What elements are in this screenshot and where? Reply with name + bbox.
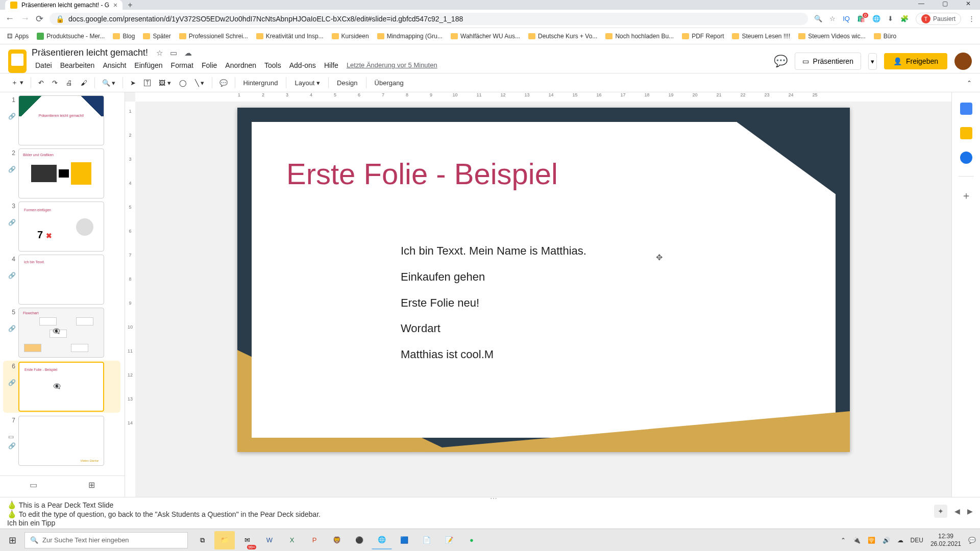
browser-tab[interactable]: Präsentieren leicht gemacht! - G × [5, 0, 122, 10]
wifi-icon[interactable]: 🛜 [868, 537, 875, 544]
tray-expand-icon[interactable]: ⌃ [841, 537, 846, 544]
slide-thumbnail-7[interactable]: Vielen Danke [18, 416, 104, 466]
bookmark-item[interactable]: Produktsuche - Mer... [37, 33, 105, 40]
print-button[interactable]: 🖨 [63, 77, 76, 89]
slide-body[interactable]: Ich bin Texxt. Mein Name is Matthias. Ei… [401, 243, 586, 373]
layout-button[interactable]: Layout ▾ [290, 77, 324, 89]
background-button[interactable]: Hintergrund [239, 77, 282, 89]
back-button[interactable]: ← [5, 13, 14, 24]
next-note-icon[interactable]: ▶ [967, 507, 973, 515]
bookmark-item[interactable]: Mindmapping (Gru... [377, 33, 443, 40]
extensions-icon[interactable]: 🧩 [900, 15, 909, 22]
menu-datei[interactable]: Datei [32, 60, 56, 71]
resize-grip-icon[interactable]: ⋯ [490, 494, 497, 503]
ext-icon-3[interactable]: 🌐 [872, 15, 880, 22]
ext-icon-1[interactable]: IQ [843, 15, 850, 22]
cloud-status-icon[interactable]: ☁ [184, 48, 192, 58]
obs-icon[interactable]: ⚫ [349, 531, 370, 549]
window-minimize[interactable]: — [910, 0, 933, 10]
transition-button[interactable]: Übergang [371, 77, 408, 89]
image-tool[interactable]: 🖼 ▾ [156, 77, 174, 89]
present-button[interactable]: ▭ Präsentieren [795, 53, 861, 70]
cloud-icon[interactable]: ☁ [897, 537, 903, 544]
clock[interactable]: 12:39 26.02.2021 [930, 533, 961, 547]
ext-icon-2[interactable]: 🛍️0 [857, 15, 865, 22]
collapse-toolbar-icon[interactable]: ⌄ [967, 79, 972, 86]
edge-icon[interactable]: 🟦 [394, 531, 414, 549]
comment-button[interactable]: 💬 [216, 77, 231, 89]
chrome-icon[interactable]: 🌐 [372, 531, 392, 549]
add-addon-icon[interactable]: ＋ [961, 189, 971, 203]
window-maximize[interactable]: ▢ [933, 0, 957, 10]
menu-hilfe[interactable]: Hilfe [321, 60, 342, 71]
shape-tool[interactable]: ◯ [176, 77, 190, 89]
bookmark-item[interactable]: Noch hochladen Bu... [605, 33, 674, 40]
slide-thumbnail-5[interactable]: Flowchart 👁‍🗨 [18, 308, 104, 358]
bookmark-item[interactable]: Steuern Videos wic... [798, 33, 866, 40]
explore-button[interactable]: ✦ [934, 505, 947, 518]
notifications-icon[interactable]: 💬 [968, 537, 976, 544]
bookmark-item[interactable]: PDF Report [682, 33, 724, 40]
slide-thumbnail-1[interactable]: Präsentieren leicht gemacht! [18, 95, 104, 145]
bookmark-item[interactable]: Professionell Schrei... [179, 33, 248, 40]
document-title[interactable]: Präsentieren leicht gemacht! [32, 47, 148, 58]
bookmark-item[interactable]: Steuern Lesen !!!! [732, 33, 790, 40]
prev-note-icon[interactable]: ◀ [954, 507, 960, 515]
redo-button[interactable]: ↷ [49, 77, 61, 89]
window-close[interactable]: ✕ [957, 0, 980, 10]
apps-button[interactable]: ⚃Apps [7, 33, 29, 40]
start-button[interactable]: ⊞ [0, 529, 24, 552]
line-tool[interactable]: ╲ ▾ [192, 77, 208, 89]
taskbar-search[interactable]: 🔍 Zur Suche Text hier eingeben [24, 532, 188, 548]
spotify-icon[interactable]: ● [461, 531, 482, 549]
word-icon[interactable]: W [259, 531, 280, 549]
url-bar[interactable]: 🔒 docs.google.com/presentation/d/1yV372S… [50, 13, 808, 25]
language-indicator[interactable]: DEU [911, 537, 923, 544]
menu-anordnen[interactable]: Anordnen [222, 60, 260, 71]
bookmark-item[interactable]: Wahlfächer WU Aus... [451, 33, 520, 40]
keep-icon[interactable] [960, 127, 972, 139]
tasks-icon[interactable] [960, 152, 972, 164]
last-edit-text[interactable]: Letzte Änderung vor 5 Minuten [343, 60, 441, 71]
design-button[interactable]: Design [333, 77, 361, 89]
new-slide-button[interactable]: ＋ ▾ [8, 76, 27, 90]
slide[interactable]: Erste Folie - Beispiel Ich bin Texxt. Me… [237, 108, 850, 452]
explorer-icon[interactable]: 📁 [214, 531, 235, 549]
notepad-icon[interactable]: 📝 [439, 531, 459, 549]
new-tab-button[interactable]: + [122, 1, 137, 10]
bookmark-star-icon[interactable]: ☆ [829, 15, 836, 22]
move-icon[interactable]: ▭ [170, 48, 177, 58]
forward-button[interactable]: → [20, 13, 30, 24]
account-avatar[interactable] [954, 53, 972, 70]
menu-bearbeiten[interactable]: Bearbeiten [57, 60, 99, 71]
slide-canvas[interactable]: 1234567891011121314151617181920212223242… [125, 92, 951, 497]
profile-badge[interactable]: T Pausiert [916, 13, 961, 25]
bookmark-item[interactable]: Büro [874, 33, 896, 40]
bookmark-item[interactable]: Kreativität und Insp... [256, 33, 324, 40]
paint-format-button[interactable]: 🖌 [78, 77, 90, 89]
calendar-icon[interactable] [960, 103, 972, 115]
slide-thumbnail-6[interactable]: Erste Folie - Beispiel 👁‍🗨 [18, 362, 104, 412]
browser-menu-icon[interactable]: ⋮ [968, 15, 975, 22]
tab-close-icon[interactable]: × [113, 1, 117, 9]
zoom-button[interactable]: 🔍 ▾ [99, 77, 119, 89]
slide-thumbnail-3[interactable]: Formen einfügen 7 ✖ [18, 202, 104, 252]
textbox-tool[interactable]: 🅃 [141, 77, 154, 89]
slide-thumbnail-2[interactable]: Bilder und Grafiken [18, 148, 104, 198]
slides-logo-icon[interactable] [8, 49, 27, 73]
mail-icon[interactable]: ✉99+ [237, 531, 257, 549]
slide-thumbnail-4[interactable]: Ich bin Texxt. [18, 255, 104, 305]
grid-view-icon[interactable]: ⊞ [88, 480, 95, 490]
share-button[interactable]: 👤 Freigeben [884, 53, 947, 69]
bookmark-item[interactable]: Blog [113, 33, 135, 40]
filmstrip-view-icon[interactable]: ▭ [30, 480, 37, 490]
menu-addons[interactable]: Add-ons [286, 60, 320, 71]
usb-icon[interactable]: 🔌 [853, 537, 861, 544]
menu-folie[interactable]: Folie [198, 60, 220, 71]
powerpoint-icon[interactable]: P [304, 531, 325, 549]
zoom-icon[interactable]: 🔍 [814, 15, 822, 22]
ext-icon-4[interactable]: ⬇ [888, 15, 893, 22]
bookmark-item[interactable]: Später [143, 33, 170, 40]
undo-button[interactable]: ↶ [35, 77, 47, 89]
menu-ansicht[interactable]: Ansicht [99, 60, 130, 71]
